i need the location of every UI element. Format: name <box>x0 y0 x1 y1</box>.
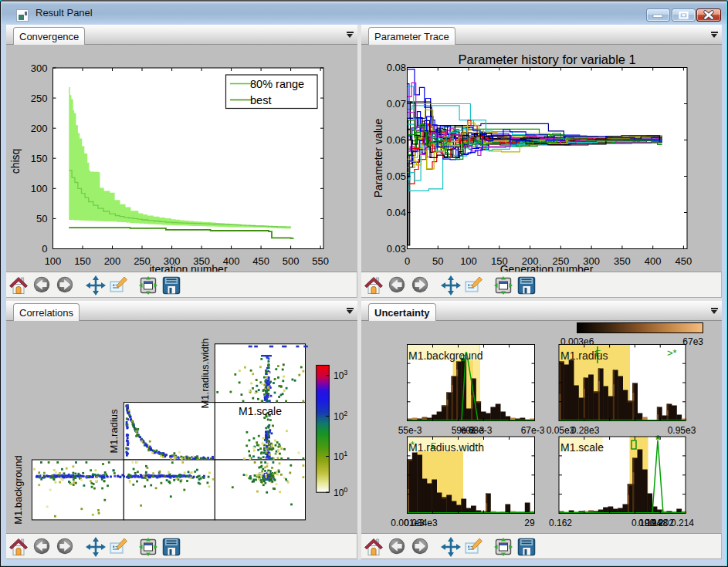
svg-text:150: 150 <box>74 255 91 267</box>
svg-text:chisq: chisq <box>9 149 22 174</box>
svg-text:0.034e3: 0.034e3 <box>404 518 438 528</box>
svg-text:M1.radius.width: M1.radius.width <box>408 441 484 454</box>
svg-text:0: 0 <box>405 255 410 267</box>
svg-text:0.07: 0.07 <box>387 98 406 110</box>
svg-text:0.03: 0.03 <box>387 243 406 255</box>
svg-text:350: 350 <box>614 255 631 267</box>
svg-text:iteration number: iteration number <box>149 263 228 272</box>
svg-text:0.214: 0.214 <box>671 518 694 528</box>
svg-text:Parameter history for variable: Parameter history for variable 1 <box>459 52 636 66</box>
svg-text:0.95e3: 0.95e3 <box>668 425 696 436</box>
svg-text:67e-3: 67e-3 <box>521 425 545 436</box>
svg-text:best: best <box>250 94 271 106</box>
svg-text:63e-3: 63e-3 <box>469 425 493 436</box>
svg-text:29: 29 <box>524 518 535 528</box>
svg-text:450: 450 <box>252 255 269 267</box>
svg-text:50: 50 <box>36 213 47 224</box>
svg-text:M1.radius.width: M1.radius.width <box>199 338 211 408</box>
svg-text:0.162: 0.162 <box>549 518 572 528</box>
svg-text:M1.radius: M1.radius <box>108 409 120 454</box>
svg-text:M1.background: M1.background <box>408 349 483 362</box>
svg-text:0.08: 0.08 <box>387 62 406 73</box>
svg-text:Parameter value: Parameter value <box>372 118 384 197</box>
svg-text:M1.scale: M1.scale <box>239 405 282 417</box>
svg-text:55e-3: 55e-3 <box>398 425 422 436</box>
svg-text:200: 200 <box>31 123 48 134</box>
svg-text:>*: >* <box>667 347 677 359</box>
svg-text:400: 400 <box>645 255 662 267</box>
svg-text:100: 100 <box>460 255 477 267</box>
svg-text:M1.background: M1.background <box>12 455 24 525</box>
svg-text:0: 0 <box>42 243 47 255</box>
svg-text:550: 550 <box>312 255 329 267</box>
svg-text:*: * <box>655 434 661 447</box>
svg-text:M1.scale: M1.scale <box>560 441 604 454</box>
svg-text:100: 100 <box>31 183 48 194</box>
svg-text:150: 150 <box>31 153 48 164</box>
svg-text:100: 100 <box>45 255 62 267</box>
svg-text:50: 50 <box>432 255 443 267</box>
svg-text:M1.radius: M1.radius <box>560 349 608 362</box>
svg-text:450: 450 <box>676 255 692 267</box>
svg-text:Generation number: Generation number <box>500 263 594 272</box>
svg-text:0.04: 0.04 <box>387 207 406 218</box>
svg-text:250: 250 <box>31 93 48 104</box>
svg-text:500: 500 <box>283 255 300 267</box>
svg-text:0.28e3: 0.28e3 <box>571 425 600 436</box>
svg-text:300: 300 <box>31 62 48 74</box>
svg-text:200: 200 <box>104 255 121 267</box>
svg-text:80% range: 80% range <box>250 78 304 90</box>
svg-text:250: 250 <box>134 255 151 267</box>
svg-text:0.05: 0.05 <box>387 170 406 182</box>
svg-text:0.06: 0.06 <box>387 134 406 146</box>
